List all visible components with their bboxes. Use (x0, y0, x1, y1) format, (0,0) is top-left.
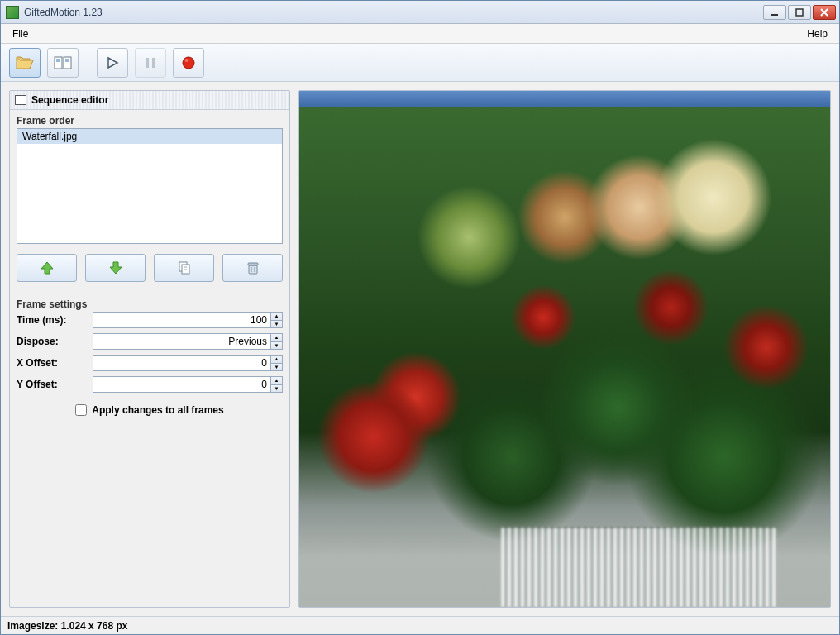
play-icon (106, 56, 119, 69)
window-icon (15, 95, 26, 105)
xoffset-spin-up[interactable]: ▲ (271, 355, 283, 363)
frames-icon (54, 56, 72, 69)
time-spin-down[interactable]: ▼ (271, 320, 283, 329)
time-spin-up[interactable]: ▲ (271, 312, 283, 320)
xoffset-spin-down[interactable]: ▼ (271, 363, 283, 372)
record-button[interactable] (173, 48, 204, 78)
pause-icon (145, 56, 156, 69)
trash-icon (246, 260, 260, 275)
xoffset-input[interactable] (93, 355, 271, 371)
statusbar: Imagesize: 1.024 x 768 px (1, 616, 839, 634)
frame-order-list[interactable]: Waterfall.jpg (17, 128, 283, 244)
svg-rect-10 (152, 58, 155, 68)
maximize-button[interactable] (788, 5, 811, 20)
window-controls (763, 5, 836, 20)
close-button[interactable] (813, 5, 836, 20)
open-button[interactable] (9, 48, 41, 78)
svg-rect-1 (796, 9, 803, 16)
dispose-spin-up[interactable]: ▲ (271, 333, 283, 341)
copy-frame-button[interactable] (154, 254, 214, 282)
frame-buttons (10, 244, 289, 294)
svg-marker-8 (108, 58, 117, 68)
yoffset-input[interactable] (93, 376, 271, 393)
menubar: File Help (1, 24, 839, 44)
app-window: GiftedMotion 1.23 File Help (0, 0, 840, 635)
time-input[interactable] (93, 312, 271, 328)
close-icon (820, 8, 828, 17)
record-icon (181, 55, 196, 70)
panel-title: Sequence editor (31, 94, 108, 106)
svg-rect-20 (248, 263, 258, 265)
pause-button (135, 48, 166, 78)
minimize-button[interactable] (763, 5, 786, 20)
yoffset-spin-down[interactable]: ▼ (271, 384, 283, 394)
play-button[interactable] (97, 48, 128, 78)
apply-all-label[interactable]: Apply changes to all frames (92, 404, 223, 416)
titlebar: GiftedMotion 1.23 (1, 1, 839, 24)
folder-open-icon (16, 55, 34, 70)
content-area: Sequence editor Frame order Waterfall.jp… (1, 82, 839, 616)
preview-panel (298, 90, 831, 608)
frames-button[interactable] (47, 48, 79, 78)
status-text: Imagesize: 1.024 x 768 px (7, 620, 127, 632)
svg-marker-14 (110, 262, 122, 274)
svg-rect-19 (249, 265, 257, 274)
arrow-up-icon (40, 260, 55, 275)
svg-point-12 (185, 59, 189, 62)
preview-image (299, 107, 830, 607)
toolbar (1, 44, 839, 82)
dispose-input[interactable] (93, 333, 271, 350)
preview-body (299, 107, 830, 607)
frame-item[interactable]: Waterfall.jpg (17, 129, 282, 144)
preview-titlebar[interactable] (299, 91, 830, 107)
minimize-icon (771, 8, 779, 17)
copy-icon (177, 260, 192, 275)
menu-help[interactable]: Help (800, 26, 834, 42)
move-up-button[interactable] (17, 254, 77, 282)
dispose-spin-down[interactable]: ▼ (271, 341, 283, 351)
window-title: GiftedMotion 1.23 (24, 7, 763, 18)
menu-file[interactable]: File (6, 26, 35, 42)
frame-order-label: Frame order (10, 110, 289, 128)
app-icon (6, 6, 19, 19)
delete-frame-button[interactable] (222, 254, 283, 282)
yoffset-spin-up[interactable]: ▲ (271, 376, 283, 384)
panel-header: Sequence editor (10, 91, 289, 110)
svg-rect-9 (146, 58, 149, 68)
svg-marker-13 (41, 262, 53, 274)
time-label: Time (ms): (17, 314, 93, 326)
move-down-button[interactable] (85, 254, 146, 282)
svg-rect-6 (56, 59, 60, 62)
svg-rect-7 (65, 59, 69, 62)
frame-settings: Time (ms): ▲ ▼ Dispose: ▲ (10, 312, 289, 426)
arrow-down-icon (108, 260, 123, 275)
maximize-icon (795, 8, 804, 17)
sequence-editor-panel: Sequence editor Frame order Waterfall.jp… (9, 90, 290, 608)
apply-all-checkbox[interactable] (75, 404, 87, 416)
xoffset-label: X Offset: (17, 357, 93, 369)
frame-settings-label: Frame settings (10, 294, 289, 312)
yoffset-label: Y Offset: (17, 379, 93, 390)
svg-point-11 (183, 57, 194, 69)
dispose-label: Dispose: (17, 336, 93, 347)
